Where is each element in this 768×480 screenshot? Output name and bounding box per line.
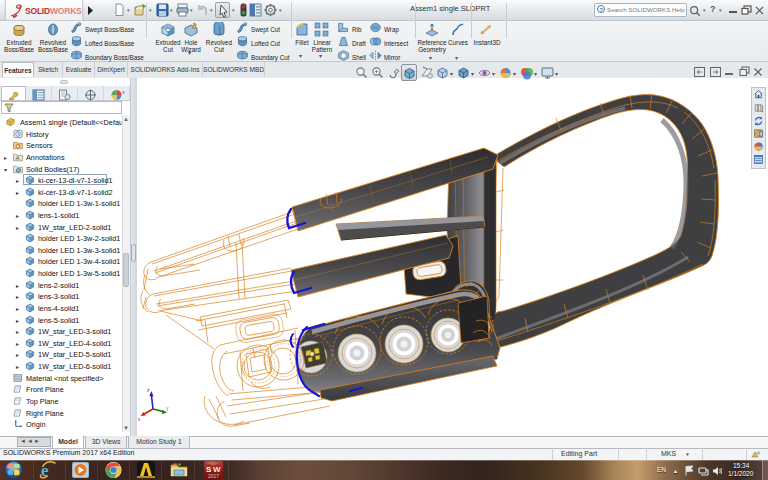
svg-text:z: z	[147, 387, 150, 393]
svg-text:x: x	[138, 416, 141, 422]
svg-text:2017: 2017	[208, 473, 219, 479]
svg-text:A: A	[16, 155, 20, 161]
svg-text:y: y	[166, 405, 169, 411]
